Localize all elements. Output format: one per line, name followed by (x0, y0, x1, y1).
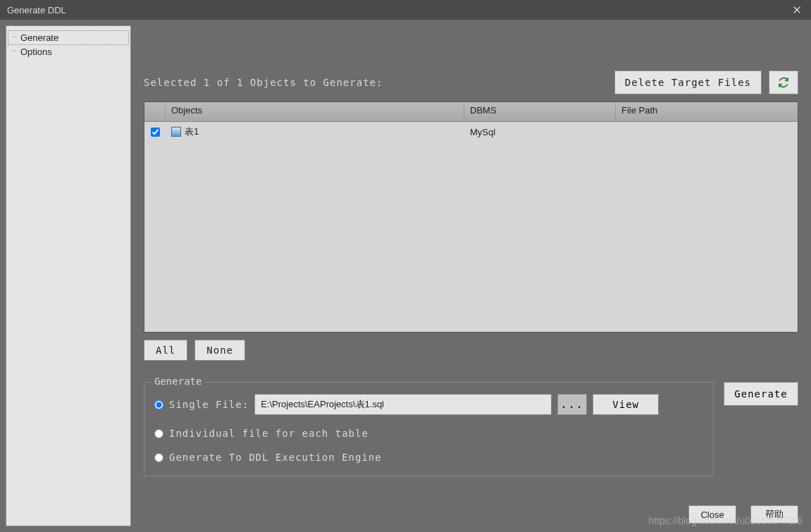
sidebar: Generate Options (6, 25, 131, 526)
col-file-path[interactable]: File Path (616, 102, 798, 121)
row-path (616, 129, 798, 135)
all-button[interactable]: All (144, 340, 187, 361)
help-button[interactable]: 帮助 (750, 505, 798, 524)
col-checkbox (144, 102, 166, 121)
fieldset-legend: Generate (151, 376, 204, 387)
radio-engine-label[interactable]: Generate To DDL Execution Engine (169, 452, 382, 463)
window-title: Generate DDL (7, 5, 66, 16)
view-button[interactable]: View (593, 394, 659, 415)
file-path-input[interactable] (254, 394, 552, 415)
radio-engine-row: Generate To DDL Execution Engine (154, 452, 703, 463)
radio-single-file-label[interactable]: Single File: (169, 399, 249, 410)
delete-target-files-button[interactable]: Delete Target Files (614, 70, 762, 94)
close-icon[interactable] (783, 0, 811, 20)
generate-fieldset: Generate Single File: ... View Individu (144, 382, 714, 476)
row-checkbox[interactable] (151, 128, 160, 137)
generate-button[interactable]: Generate (724, 382, 798, 406)
titlebar: Generate DDL (0, 0, 811, 20)
none-button[interactable]: None (194, 340, 245, 361)
radio-individual-file[interactable] (154, 429, 163, 438)
radio-engine[interactable] (154, 453, 163, 462)
sidebar-item-label: Options (20, 47, 52, 57)
table-row[interactable]: 表1 MySql (144, 122, 798, 142)
objects-table: Objects DBMS File Path 表1 MySql (144, 101, 798, 333)
main-panel: Selected 1 of 1 Objects to Generate: Del… (137, 25, 805, 526)
close-button[interactable]: Close (688, 505, 736, 524)
browse-button[interactable]: ... (557, 394, 587, 415)
table-icon (171, 127, 181, 137)
radio-individual-row: Individual file for each table (154, 428, 703, 439)
col-dbms[interactable]: DBMS (464, 102, 616, 121)
sidebar-item-label: Generate (20, 32, 58, 43)
radio-single-file[interactable] (154, 400, 163, 409)
refresh-button[interactable] (769, 70, 798, 94)
refresh-icon (778, 77, 789, 88)
table-header: Objects DBMS File Path (144, 102, 798, 122)
row-dbms: MySql (464, 124, 616, 140)
col-objects[interactable]: Objects (166, 102, 464, 121)
sidebar-item-options[interactable]: Options (8, 45, 129, 58)
sidebar-item-generate[interactable]: Generate (8, 30, 129, 45)
radio-single-file-row: Single File: ... View (154, 394, 703, 415)
row-object-name: 表1 (185, 125, 199, 138)
selection-status: Selected 1 of 1 Objects to Generate: (144, 77, 383, 88)
radio-individual-file-label[interactable]: Individual file for each table (169, 428, 369, 439)
